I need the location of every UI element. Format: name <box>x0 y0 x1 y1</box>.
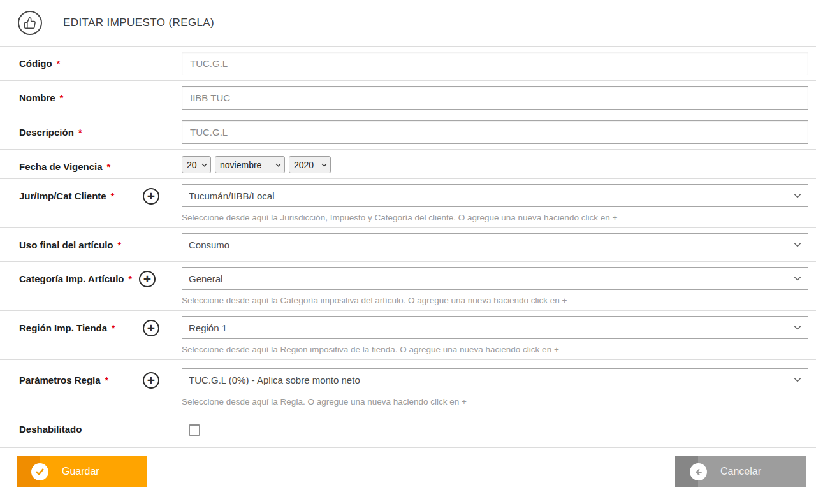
required-marker: * <box>128 274 131 284</box>
field-label: Código <box>19 58 52 69</box>
form-row-jur-imp-cat-cliente: Jur/Imp/Cat Cliente* + Tucumán/IIBB/Loca… <box>0 178 816 227</box>
check-circle-icon <box>31 463 48 480</box>
month-select[interactable]: noviembre <box>215 156 285 173</box>
field-label: Descripción <box>19 127 74 138</box>
jur-imp-cat-select[interactable]: Tucumán/IIBB/Local <box>182 184 808 207</box>
label-jur-imp-cat-cliente: Jur/Imp/Cat Cliente* + <box>0 184 182 222</box>
codigo-input[interactable] <box>182 52 808 75</box>
label-fecha-vigencia: Fecha de Vigencia* <box>0 155 182 173</box>
day-select[interactable]: 20 <box>182 156 211 173</box>
descripcion-input[interactable] <box>182 120 808 144</box>
tax-rule-form: Código* Nombre* Descripción* Fecha de Vi… <box>0 46 816 447</box>
form-row-deshabilitado: Deshabilitado <box>0 412 816 447</box>
year-select[interactable]: 2020 <box>289 156 331 173</box>
field-label: Región Imp. Tienda <box>19 322 107 333</box>
field-label: Uso final del artículo <box>19 240 113 250</box>
save-button-label: Guardar <box>62 456 99 487</box>
form-row-uso-final: Uso final del artículo* Consumo <box>0 227 816 261</box>
field-label: Jur/Imp/Cat Cliente <box>19 191 106 201</box>
form-row-codigo: Código* <box>0 46 816 80</box>
field-label: Categoría Imp. Artículo <box>19 273 124 284</box>
page-header: EDITAR IMPUESTO (REGLA) <box>0 0 816 46</box>
required-marker: * <box>60 93 63 103</box>
categoria-imp-select[interactable]: General <box>182 267 808 290</box>
month-select-wrap: noviembre <box>215 156 285 173</box>
date-select-group: 20 noviembre 2020 <box>182 155 808 173</box>
regla-select-wrap: TUC.G.L (0%) - Aplica sobre monto neto <box>182 368 808 391</box>
field-label: Nombre <box>19 92 55 103</box>
page-title: EDITAR IMPUESTO (REGLA) <box>63 17 214 29</box>
helper-text: Seleccione desde aquí la Region impositi… <box>182 345 808 354</box>
label-nombre: Nombre* <box>0 86 182 110</box>
add-categoria-imp-button[interactable]: + <box>139 271 156 287</box>
form-row-nombre: Nombre* <box>0 80 816 115</box>
label-region-imp-tienda: Región Imp. Tienda* + <box>0 316 182 354</box>
required-marker: * <box>112 323 115 333</box>
form-footer: Guardar Cancelar <box>0 447 816 487</box>
day-select-wrap: 20 <box>182 156 211 173</box>
form-row-descripcion: Descripción* <box>0 115 816 149</box>
nombre-input[interactable] <box>182 86 808 110</box>
required-marker: * <box>107 162 110 172</box>
region-imp-select-wrap: Región 1 <box>182 316 808 339</box>
form-row-region-imp-tienda: Región Imp. Tienda* + Región 1 Seleccion… <box>0 310 816 359</box>
required-marker: * <box>105 375 108 385</box>
form-row-parametros-regla: Parámetros Regla* + TUC.G.L (0%) - Aplic… <box>0 359 816 412</box>
label-categoria-imp-articulo: Categoría Imp. Artículo* + <box>0 267 182 305</box>
categoria-imp-select-wrap: General <box>182 267 808 290</box>
plus-circle-icon: + <box>147 373 155 387</box>
add-region-imp-button[interactable]: + <box>143 320 159 336</box>
label-descripcion: Descripción* <box>0 120 182 144</box>
label-deshabilitado: Deshabilitado <box>0 417 182 442</box>
label-uso-final: Uso final del artículo* <box>0 233 182 256</box>
form-row-fecha-vigencia: Fecha de Vigencia* 20 noviembre <box>0 149 816 178</box>
uso-final-select-wrap: Consumo <box>182 233 808 256</box>
back-arrow-circle-icon <box>690 463 707 480</box>
label-codigo: Código* <box>0 52 182 75</box>
uso-final-select[interactable]: Consumo <box>182 233 808 256</box>
required-marker: * <box>118 240 121 250</box>
add-jur-imp-cat-button[interactable]: + <box>143 188 159 205</box>
thumbs-up-icon <box>18 11 42 35</box>
plus-circle-icon: + <box>143 272 151 285</box>
cancel-button[interactable]: Cancelar <box>675 456 806 487</box>
add-regla-button[interactable]: + <box>143 372 159 389</box>
plus-circle-icon: + <box>147 189 155 203</box>
field-label: Deshabilitado <box>19 424 82 435</box>
region-imp-select[interactable]: Región 1 <box>182 316 808 339</box>
jur-imp-cat-select-wrap: Tucumán/IIBB/Local <box>182 184 808 207</box>
form-row-categoria-imp-articulo: Categoría Imp. Artículo* + General Selec… <box>0 261 816 310</box>
year-select-wrap: 2020 <box>289 156 331 173</box>
helper-text: Seleccione desde aquí la Jurisdicción, I… <box>182 213 808 222</box>
field-label: Fecha de Vigencia <box>19 161 103 172</box>
helper-text: Seleccione desde aquí la Categoría impos… <box>182 296 808 305</box>
cancel-button-label: Cancelar <box>720 456 761 487</box>
label-parametros-regla: Parámetros Regla* + <box>0 368 182 407</box>
required-marker: * <box>57 59 60 69</box>
save-button[interactable]: Guardar <box>17 456 147 487</box>
regla-select[interactable]: TUC.G.L (0%) - Aplica sobre monto neto <box>182 368 808 391</box>
field-label: Parámetros Regla <box>19 375 101 385</box>
helper-text: Seleccione desde aquí la Regla. O agregu… <box>182 397 808 407</box>
required-marker: * <box>111 191 114 201</box>
plus-circle-icon: + <box>147 321 155 335</box>
required-marker: * <box>78 127 82 138</box>
deshabilitado-checkbox[interactable] <box>189 424 200 436</box>
